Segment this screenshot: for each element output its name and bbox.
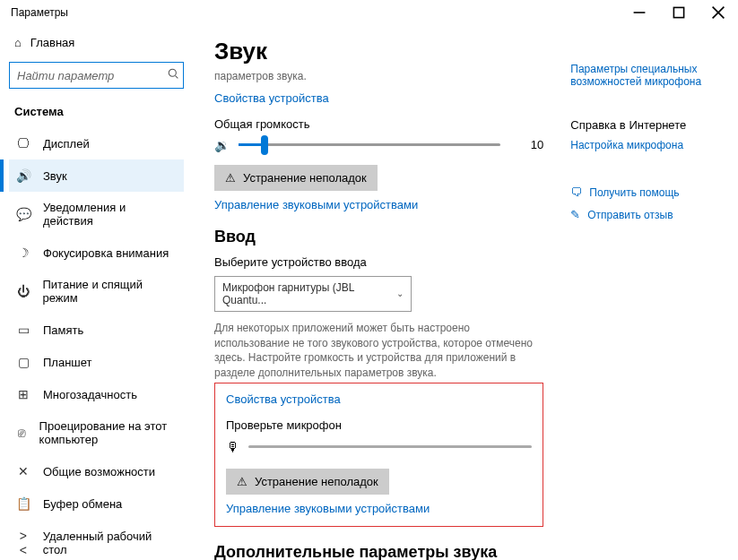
svg-line-5	[176, 76, 178, 79]
sidebar: ⌂ Главная Система 🖵 Дисплей 🔊 Звук 💬 Уве…	[0, 25, 193, 560]
sound-icon: 🔊	[16, 168, 30, 183]
sidebar-item-label: Общие возможности	[43, 465, 155, 478]
category-header: Система	[9, 99, 184, 127]
sidebar-item-remote[interactable]: >< Удаленный рабочий стол	[9, 520, 184, 560]
mic-setup-link[interactable]: Настройка микрофона	[570, 139, 683, 151]
display-icon: 🖵	[16, 136, 30, 151]
get-help-row[interactable]: 🗨 Получить помощь	[570, 185, 722, 199]
minimize-button[interactable]	[620, 0, 659, 25]
sidebar-item-label: Планшет	[43, 356, 92, 369]
sidebar-item-storage[interactable]: ▭ Память	[9, 314, 184, 346]
accessibility-mic-link[interactable]: Параметры специальных возможностей микро…	[570, 63, 701, 88]
sidebar-item-tablet[interactable]: ▢ Планшет	[9, 346, 184, 378]
warning-icon: ⚠	[237, 475, 247, 488]
minimize-icon	[632, 5, 647, 20]
sidebar-item-label: Удаленный рабочий стол	[43, 530, 177, 556]
sidebar-item-shared[interactable]: ✕ Общие возможности	[9, 455, 184, 487]
input-highlight-box: Свойства устройства Проверьте микрофон 🎙…	[214, 383, 543, 527]
feedback-row[interactable]: ✎ Отправить отзыв	[570, 208, 722, 221]
check-mic-label: Проверьте микрофон	[226, 418, 532, 432]
input-troubleshoot-button[interactable]: ⚠ Устранение неполадок	[226, 469, 389, 495]
sidebar-item-label: Фокусировка внимания	[43, 246, 169, 260]
projecting-icon: ⎚	[16, 426, 27, 440]
sidebar-item-label: Дисплей	[43, 137, 90, 151]
dropdown-value: Микрофон гарнитуры (JBL Quantu...	[222, 281, 396, 306]
close-icon	[711, 5, 725, 20]
sidebar-item-label: Звук	[43, 169, 67, 183]
output-partial-note: параметров звука.	[214, 69, 543, 84]
home-nav[interactable]: ⌂ Главная	[9, 30, 184, 55]
focus-icon: ☽	[16, 246, 30, 260]
sidebar-item-label: Питание и спящий режим	[42, 278, 177, 305]
sidebar-item-power[interactable]: ⏻ Питание и спящий режим	[9, 269, 184, 314]
tablet-icon: ▢	[16, 355, 30, 369]
speaker-icon: 🔉	[214, 138, 230, 152]
help-icon: 🗨	[570, 185, 582, 199]
button-label: Устранение неполадок	[243, 171, 367, 185]
clipboard-icon: 📋	[16, 496, 30, 511]
sidebar-item-clipboard[interactable]: 📋 Буфер обмена	[9, 487, 184, 520]
sidebar-item-label: Проецирование на этот компьютер	[39, 419, 177, 446]
sidebar-item-label: Многозадачность	[43, 388, 137, 401]
button-label: Устранение неполадок	[255, 475, 378, 488]
right-panel: Параметры специальных возможностей микро…	[570, 38, 722, 560]
content-area: Звук параметров звука. Свойства устройст…	[214, 38, 543, 560]
search-icon	[168, 68, 179, 82]
svg-rect-1	[673, 7, 683, 17]
chevron-down-icon: ⌄	[396, 289, 404, 298]
window-controls	[620, 0, 738, 25]
get-help-link: Получить помощь	[589, 186, 679, 199]
titlebar: Параметры	[0, 0, 738, 25]
output-troubleshoot-button[interactable]: ⚠ Устранение неполадок	[214, 165, 378, 191]
shared-icon: ✕	[16, 464, 30, 478]
remote-icon: ><	[16, 529, 30, 557]
input-manage-devices-link[interactable]: Управление звуковыми устройствами	[226, 502, 430, 515]
input-device-dropdown[interactable]: Микрофон гарнитуры (JBL Quantu... ⌄	[214, 276, 412, 312]
sidebar-item-label: Буфер обмена	[43, 497, 122, 511]
home-label: Главная	[30, 36, 74, 49]
sidebar-item-label: Уведомления и действия	[43, 201, 177, 228]
search-box[interactable]	[9, 62, 184, 89]
sidebar-item-sound[interactable]: 🔊 Звук	[9, 159, 184, 192]
storage-icon: ▭	[16, 323, 30, 337]
power-icon: ⏻	[16, 284, 30, 298]
sidebar-item-focus[interactable]: ☽ Фокусировка внимания	[9, 237, 184, 269]
sidebar-item-label: Память	[43, 323, 83, 337]
help-heading: Справка в Интернете	[570, 118, 722, 132]
svg-point-4	[169, 69, 176, 76]
home-icon: ⌂	[14, 36, 22, 49]
manage-sound-devices-link[interactable]: Управление звуковыми устройствами	[214, 198, 418, 211]
input-heading: Ввод	[214, 228, 543, 246]
notifications-icon: 💬	[16, 207, 30, 221]
feedback-link: Отправить отзыв	[587, 209, 673, 221]
microphone-icon: 🎙	[226, 439, 239, 454]
advanced-heading: Дополнительные параметры звука	[214, 543, 543, 560]
sidebar-item-multitasking[interactable]: ⊞ Многозадачность	[9, 378, 184, 410]
maximize-button[interactable]	[659, 0, 699, 25]
sidebar-item-projecting[interactable]: ⎚ Проецирование на этот компьютер	[9, 410, 184, 455]
device-properties-link[interactable]: Свойства устройства	[214, 91, 329, 105]
volume-slider[interactable]	[239, 143, 500, 146]
sidebar-item-display[interactable]: 🖵 Дисплей	[9, 127, 184, 159]
sidebar-item-notifications[interactable]: 💬 Уведомления и действия	[9, 192, 184, 237]
warning-icon: ⚠	[225, 171, 236, 185]
page-title: Звук	[214, 38, 543, 65]
volume-label: Общая громкость	[214, 117, 543, 131]
input-device-properties-link[interactable]: Свойства устройства	[226, 392, 341, 406]
volume-value: 10	[509, 138, 543, 151]
close-button[interactable]	[699, 0, 738, 25]
feedback-icon: ✎	[570, 208, 580, 221]
input-select-label: Выберите устройство ввода	[214, 255, 543, 269]
search-input[interactable]	[17, 69, 168, 82]
mic-level-bar	[248, 445, 532, 448]
multitasking-icon: ⊞	[16, 387, 30, 401]
window-title: Параметры	[11, 6, 68, 19]
maximize-icon	[672, 5, 686, 20]
input-note: Для некоторых приложений может быть наст…	[214, 321, 543, 381]
